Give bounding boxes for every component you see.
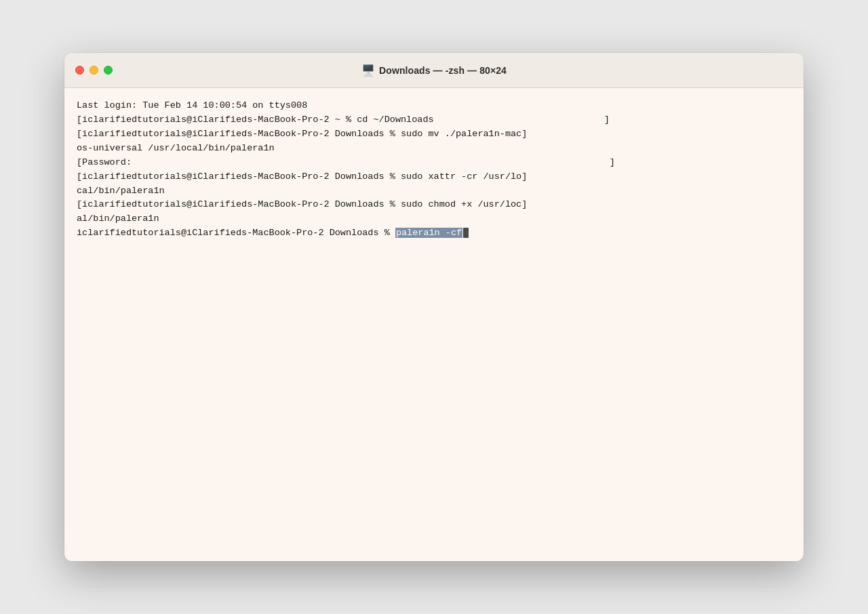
terminal-line: iclarifiedtutorials@iClarifieds-MacBook-…	[77, 226, 791, 241]
terminal-line: al/bin/palera1n	[77, 212, 791, 226]
terminal-line: [Password: ]	[77, 156, 791, 170]
window-title: Downloads — -zsh — 80×24	[379, 65, 507, 76]
terminal-window: 🖥️ Downloads — -zsh — 80×24 Last login: …	[64, 53, 804, 561]
highlighted-command: palera1n -cf	[395, 228, 462, 238]
titlebar: 🖥️ Downloads — -zsh — 80×24	[64, 53, 804, 88]
terminal-body[interactable]: Last login: Tue Feb 14 10:00:54 on ttys0…	[64, 88, 804, 561]
terminal-line: os-universal /usr/local/bin/palera1n	[77, 142, 791, 156]
terminal-line: [iclarifiedtutorials@iClarifieds-MacBook…	[77, 170, 791, 184]
terminal-line: [iclarifiedtutorials@iClarifieds-MacBook…	[77, 113, 791, 127]
cursor	[463, 228, 469, 238]
terminal-line: Last login: Tue Feb 14 10:00:54 on ttys0…	[77, 99, 791, 113]
maximize-button[interactable]	[104, 66, 113, 75]
titlebar-center: 🖥️ Downloads — -zsh — 80×24	[361, 64, 507, 77]
folder-icon: 🖥️	[361, 64, 375, 77]
traffic-lights	[75, 66, 113, 75]
terminal-line: [iclarifiedtutorials@iClarifieds-MacBook…	[77, 198, 791, 212]
minimize-button[interactable]	[90, 66, 98, 75]
close-button[interactable]	[75, 66, 84, 75]
terminal-line: [iclarifiedtutorials@iClarifieds-MacBook…	[77, 127, 791, 142]
terminal-line: cal/bin/palera1n	[77, 184, 791, 199]
